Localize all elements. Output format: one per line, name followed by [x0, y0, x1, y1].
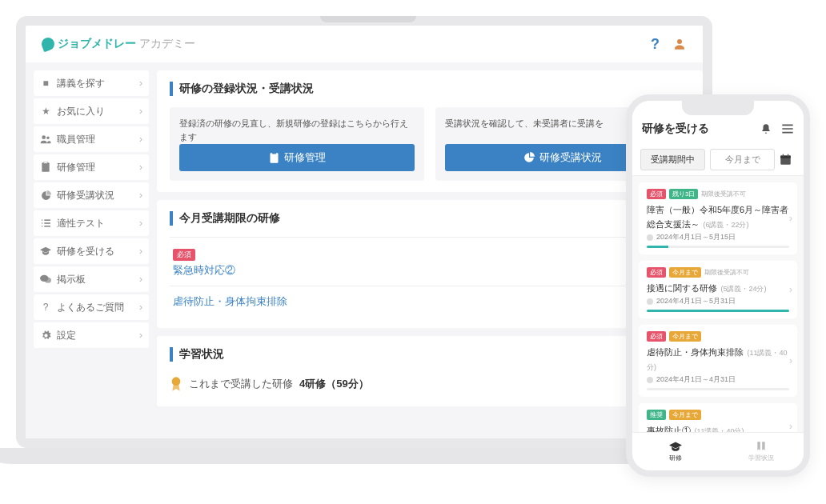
- phone-notch: [682, 101, 754, 115]
- app-body: ■講義を探す› ★お気に入り› 職員管理› 研修管理› 研修受講状況› 適性テス…: [26, 62, 703, 438]
- chevron-right-icon: ›: [789, 284, 792, 295]
- card-badges: 推奨今月まで: [647, 410, 789, 420]
- chevron-right-icon: ›: [789, 421, 792, 432]
- chevron-right-icon: ›: [139, 78, 142, 89]
- user-icon[interactable]: [672, 37, 687, 51]
- section-title: 今月受講期限の研修: [170, 211, 690, 226]
- sidebar-item-label: よくあるご質問: [57, 301, 124, 314]
- main-content: 研修の登録状況・受講状況 登録済の研修の見直し、新規研修の登録はこちらから行えま…: [157, 70, 703, 430]
- svg-rect-21: [783, 154, 784, 157]
- logo-text-1: ジョブメドレー: [58, 37, 136, 51]
- clipboard-icon: [40, 162, 51, 173]
- topbar: ジョブメドレー アカデミー ?: [26, 26, 703, 62]
- svg-point-2: [46, 137, 50, 140]
- badge: 今月まで: [669, 331, 701, 342]
- badge: 今月まで: [669, 267, 701, 278]
- training-list-row[interactable]: 必須 緊急時対応② 0%: [170, 237, 690, 286]
- clipboard-icon: [269, 152, 279, 164]
- desktop-app: ジョブメドレー アカデミー ? ■講義を探す› ★お気に入り› 職員管理› 研修…: [26, 26, 703, 438]
- badge: 推奨: [647, 410, 666, 420]
- tab-ongoing[interactable]: 受講期間中: [640, 149, 705, 170]
- graduation-cap-icon: [669, 442, 682, 452]
- medal-icon: [170, 376, 182, 392]
- svg-rect-14: [272, 152, 276, 154]
- comments-icon: [40, 274, 51, 284]
- chevron-right-icon: ›: [139, 106, 142, 117]
- nav-training[interactable]: 研修: [632, 433, 718, 470]
- phone-training-card[interactable]: 推奨今月まで 事故防止① (11講義・40分) ›: [639, 403, 797, 432]
- phone-app: 研修を受ける 受講期間中 今月まで 必須残り3日期限後受講不可 障害（一般）令和…: [632, 101, 804, 470]
- svg-rect-4: [44, 162, 48, 163]
- sidebar-item-aptitude-test[interactable]: 適性テスト›: [34, 210, 149, 236]
- help-icon[interactable]: ?: [651, 36, 660, 53]
- status-row: 登録済の研修の見直し、新規研修の登録はこちらから行えます 研修管理 受講状況を確…: [170, 107, 690, 181]
- logo-mark-icon: [40, 36, 57, 53]
- sidebar-item-take-training[interactable]: 研修を受ける›: [34, 238, 149, 264]
- sidebar-item-favorites[interactable]: ★お気に入り›: [34, 98, 149, 124]
- sidebar-item-training-status[interactable]: 研修受講状況›: [34, 182, 149, 208]
- training-list-row[interactable]: 虐待防止・身体拘束排除 0%: [170, 286, 690, 317]
- phone-training-card[interactable]: 必須今月まで期限後受講不可 接遇に関する研修 (5講義・24分) 2024年4月…: [639, 261, 797, 318]
- card-meta: (6講義・22分): [703, 221, 748, 229]
- card-title: 接遇に関する研修: [647, 283, 717, 293]
- section-title: 学習状況: [170, 347, 690, 362]
- chevron-right-icon: ›: [139, 218, 142, 229]
- phone-training-card[interactable]: 必須今月まで 虐待防止・身体拘束排除 (11講義・40分) 2024年4月1日～…: [639, 325, 797, 397]
- stat-line: これまで受講した研修 4研修（59分）: [170, 373, 690, 395]
- badge: 今月まで: [669, 410, 701, 420]
- card-title: 虐待防止・身体拘束排除: [647, 347, 744, 357]
- nav-label: 学習状況: [748, 454, 774, 462]
- people-icon: [40, 134, 51, 144]
- badge: 残り3日: [669, 189, 698, 199]
- pie-chart-icon: [523, 152, 535, 163]
- progress-fill: [647, 310, 789, 312]
- training-manage-button[interactable]: 研修管理: [179, 144, 415, 171]
- svg-point-12: [45, 278, 51, 283]
- phone-header-icons: [760, 123, 794, 134]
- card-meta: (11講義・40分): [694, 427, 744, 432]
- phone-training-card[interactable]: 必須残り3日期限後受講不可 障害（一般）令和5年度6月～障害者総合支援法～ (6…: [639, 182, 797, 254]
- sidebar-item-label: 講義を探す: [57, 77, 105, 90]
- book-icon: [756, 441, 767, 452]
- nav-learning-status[interactable]: 学習状況: [718, 433, 804, 470]
- card-title: 事故防止①: [647, 426, 691, 432]
- phone-training-list[interactable]: 必須残り3日期限後受講不可 障害（一般）令和5年度6月～障害者総合支援法～ (6…: [632, 176, 804, 432]
- phone-frame: 研修を受ける 受講期間中 今月まで 必須残り3日期限後受講不可 障害（一般）令和…: [626, 94, 810, 477]
- sidebar-item-search-lectures[interactable]: ■講義を探す›: [34, 70, 149, 96]
- card-meta: (5講義・24分): [720, 285, 766, 293]
- badge-note: 期限後受講不可: [701, 190, 746, 198]
- bell-icon[interactable]: [760, 123, 772, 134]
- chevron-right-icon: ›: [139, 302, 142, 313]
- training-link: 虐待防止・身体拘束排除: [173, 294, 287, 309]
- card-badges: 必須今月まで: [647, 331, 789, 342]
- sidebar-item-staff[interactable]: 職員管理›: [34, 126, 149, 152]
- progress-bar: [647, 388, 789, 390]
- tab-this-month[interactable]: 今月まで: [710, 149, 775, 170]
- training-link: 緊急時対応②: [173, 263, 235, 278]
- chevron-right-icon: ›: [139, 274, 142, 285]
- svg-point-1: [42, 135, 46, 139]
- pie-chart-icon: [40, 190, 51, 201]
- badge: 必須: [647, 189, 666, 199]
- sidebar-item-training-mgmt[interactable]: 研修管理›: [34, 154, 149, 180]
- gear-icon: [40, 330, 51, 341]
- section-title: 研修の登録状況・受講状況: [170, 82, 690, 96]
- sidebar-item-label: 掲示板: [57, 273, 86, 286]
- phone-tabs: 受講期間中 今月まで: [632, 144, 804, 176]
- status-desc: 登録済の研修の見直し、新規研修の登録はこちらから行えます: [179, 117, 415, 144]
- sidebar-item-label: 職員管理: [57, 133, 95, 146]
- button-label: 研修管理: [284, 150, 326, 165]
- sidebar-item-label: 研修受講状況: [57, 189, 114, 202]
- logo-text-2: アカデミー: [139, 37, 195, 51]
- badge-note: 期限後受講不可: [704, 268, 749, 277]
- progress-bar: [647, 246, 789, 248]
- phone-page-title: 研修を受ける: [642, 122, 709, 136]
- list-icon: [40, 218, 51, 228]
- sidebar-item-bulletin[interactable]: 掲示板›: [34, 266, 149, 292]
- sidebar-item-settings[interactable]: 設定›: [34, 322, 149, 348]
- calendar-icon[interactable]: [780, 154, 796, 166]
- sidebar-item-faq[interactable]: ?よくあるご質問›: [34, 294, 149, 320]
- phone-bottom-nav: 研修 学習状況: [632, 432, 804, 470]
- menu-icon[interactable]: [781, 123, 794, 134]
- logo[interactable]: ジョブメドレー アカデミー: [42, 37, 195, 51]
